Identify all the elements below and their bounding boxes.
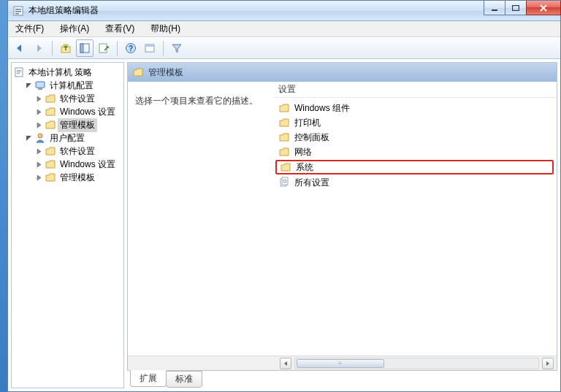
app-icon xyxy=(12,5,24,17)
tree-label: Windows 设置 xyxy=(58,105,118,119)
svg-rect-24 xyxy=(282,177,288,185)
tree-item-windows[interactable]: Windows 设置 xyxy=(34,158,122,171)
toolbar-separator xyxy=(163,41,164,55)
folder-icon xyxy=(278,102,290,114)
minimize-button[interactable] xyxy=(484,1,505,15)
column-header-setting[interactable]: 设置 xyxy=(274,82,557,98)
expand-icon[interactable] xyxy=(35,147,43,155)
svg-rect-17 xyxy=(17,70,21,71)
folder-icon xyxy=(45,106,56,118)
collapse-icon[interactable] xyxy=(25,82,33,90)
toolbar-separator xyxy=(52,41,53,55)
list-item-system[interactable]: 系统 xyxy=(275,160,554,174)
expand-icon[interactable] xyxy=(35,95,43,103)
list-item-control-panel[interactable]: 控制面板 xyxy=(274,130,557,145)
list-item-printers[interactable]: 打印机 xyxy=(274,115,557,130)
list-item-label: 网络 xyxy=(294,146,312,158)
menu-bar: 文件(F) 操作(A) 查看(V) 帮助(H) xyxy=(8,21,560,37)
tree-item-admin[interactable]: 管理模板 xyxy=(34,171,122,184)
tree-label: Windows 设置 xyxy=(58,158,118,172)
document-icon xyxy=(13,66,25,78)
menu-file[interactable]: 文件(F) xyxy=(11,21,48,36)
tree-label: 软件设置 xyxy=(58,145,97,158)
toolbar: ? xyxy=(8,37,560,59)
expand-icon[interactable] xyxy=(35,174,43,182)
svg-point-22 xyxy=(38,134,42,138)
folder-icon xyxy=(278,146,290,158)
toolbar-separator xyxy=(117,41,118,55)
svg-rect-18 xyxy=(17,72,21,72)
user-icon xyxy=(34,132,46,144)
show-hide-tree-button[interactable] xyxy=(76,39,94,57)
help-button[interactable]: ? xyxy=(122,39,140,57)
list-item-label: 系统 xyxy=(296,161,313,174)
scroll-thumb[interactable]: ≡ xyxy=(297,359,384,368)
expand-icon[interactable] xyxy=(35,108,43,116)
up-level-button[interactable] xyxy=(57,39,75,57)
tree-item-software[interactable]: 软件设置 xyxy=(34,145,122,158)
expand-icon[interactable] xyxy=(35,121,43,129)
column-header-label: 设置 xyxy=(278,83,296,96)
tab-standard[interactable]: 标准 xyxy=(166,371,202,388)
back-button[interactable] xyxy=(11,39,28,57)
folder-icon xyxy=(45,172,56,183)
settings-collection-icon xyxy=(278,177,290,188)
close-button[interactable] xyxy=(526,1,561,15)
scroll-left-button[interactable] xyxy=(280,358,291,369)
folder-icon xyxy=(278,117,290,128)
settings-list: 设置 Windows 组件 打印机 xyxy=(274,82,557,356)
maximize-button[interactable] xyxy=(505,1,527,15)
description-text: 选择一个项目来查看它的描述。 xyxy=(135,95,267,107)
collapse-icon[interactable] xyxy=(25,134,33,142)
svg-text:?: ? xyxy=(129,45,133,53)
folder-icon xyxy=(280,161,291,173)
tree-computer-config[interactable]: 计算机配置 xyxy=(23,79,122,92)
tree-root[interactable]: 本地计算机 策略 xyxy=(13,66,122,79)
tree-label: 本地计算机 策略 xyxy=(26,66,94,80)
list-item-label: 控制面板 xyxy=(294,131,329,144)
folder-icon xyxy=(45,145,56,157)
svg-rect-5 xyxy=(513,5,519,10)
tree-label: 用户配置 xyxy=(47,131,87,145)
tree-item-software[interactable]: 软件设置 xyxy=(34,92,122,105)
menu-action[interactable]: 操作(A) xyxy=(56,21,94,36)
tab-label: 标准 xyxy=(175,374,193,384)
expand-icon[interactable] xyxy=(35,161,43,169)
tree-item-admin[interactable]: 管理模板 xyxy=(34,118,122,131)
folder-icon xyxy=(132,66,144,78)
menu-view[interactable]: 查看(V) xyxy=(101,21,139,36)
folder-icon xyxy=(45,158,56,170)
properties-button[interactable] xyxy=(141,39,159,57)
svg-rect-10 xyxy=(80,44,83,53)
list-item-windows-components[interactable]: Windows 组件 xyxy=(274,101,557,115)
tree-pane[interactable]: 本地计算机 策略 计算机配置 软件设置 xyxy=(11,62,124,388)
export-list-button[interactable] xyxy=(95,39,112,57)
menu-help[interactable]: 帮助(H) xyxy=(146,21,185,36)
grip-icon: ≡ xyxy=(338,360,343,366)
list-item-label: 打印机 xyxy=(294,117,321,129)
tab-label: 扩展 xyxy=(140,373,157,383)
application-window: 本地组策略编辑器 文件(F) 操作(A) 查看(V) 帮助(H) xyxy=(7,0,561,392)
svg-rect-15 xyxy=(145,45,154,47)
detail-main: 管理模板 选择一个项目来查看它的描述。 设置 Windows 组件 xyxy=(127,62,557,371)
tree-label: 管理模板 xyxy=(58,171,97,185)
content-area: 本地计算机 策略 计算机配置 软件设置 xyxy=(8,59,560,391)
detail-title: 管理模板 xyxy=(148,66,183,79)
tree-label: 计算机配置 xyxy=(47,79,96,93)
list-item-label: Windows 组件 xyxy=(294,102,350,115)
scroll-track[interactable]: ≡ xyxy=(294,358,539,369)
tab-extended[interactable]: 扩展 xyxy=(130,370,167,387)
scroll-right-button[interactable] xyxy=(542,358,554,369)
folder-icon xyxy=(45,93,56,104)
filter-button[interactable] xyxy=(168,39,186,57)
svg-rect-21 xyxy=(38,88,42,90)
computer-icon xyxy=(34,80,46,91)
tree-item-windows[interactable]: Windows 设置 xyxy=(34,105,122,118)
title-bar[interactable]: 本地组策略编辑器 xyxy=(8,1,560,21)
tree-user-config[interactable]: 用户配置 xyxy=(23,131,122,145)
forward-button[interactable] xyxy=(30,39,47,57)
detail-header: 管理模板 xyxy=(128,63,557,82)
list-item-network[interactable]: 网络 xyxy=(274,145,557,159)
list-item-all-settings[interactable]: 所有设置 xyxy=(274,175,557,190)
window-title: 本地组策略编辑器 xyxy=(28,4,99,17)
